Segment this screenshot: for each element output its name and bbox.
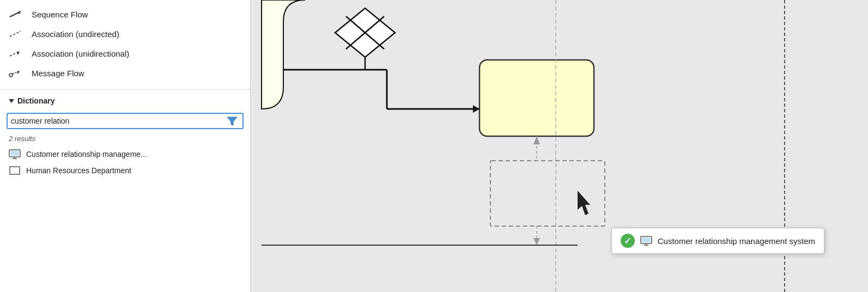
filter-button[interactable]: [225, 116, 239, 126]
svg-rect-13: [10, 167, 20, 174]
association-unidirectional-icon: [9, 48, 24, 59]
dict-item-hr[interactable]: Human Resources Department: [0, 162, 250, 179]
svg-rect-12: [10, 151, 19, 156]
section-divider: [0, 89, 250, 90]
rect-shape-icon: [9, 166, 21, 175]
collapse-triangle-icon: [9, 99, 14, 103]
results-count: 2 results: [0, 132, 250, 146]
message-flow-label: Message Flow: [32, 69, 84, 78]
svg-rect-23: [479, 60, 594, 136]
sidebar-item-association-unidirectional[interactable]: Association (unidirectional): [0, 44, 250, 63]
svg-marker-29: [533, 238, 540, 245]
svg-line-2: [10, 31, 21, 36]
sidebar-item-message-flow[interactable]: Message Flow: [0, 63, 250, 83]
association-undirected-icon: [9, 28, 24, 39]
association-unidirectional-label: Association (unidirectional): [32, 49, 129, 58]
svg-rect-25: [490, 161, 605, 226]
svg-marker-27: [533, 136, 540, 144]
left-panel: Sequence Flow Association (undirected) A…: [0, 0, 251, 292]
sidebar-item-sequence-flow[interactable]: Sequence Flow: [0, 4, 250, 24]
message-flow-icon: [9, 68, 24, 78]
tooltip-monitor-icon: [640, 236, 652, 246]
search-input-wrap[interactable]: [7, 113, 244, 129]
monitor-icon: [9, 149, 21, 159]
dictionary-label: Dictionary: [17, 96, 54, 105]
canvas-area: Customer relationship management system: [251, 0, 868, 292]
svg-marker-31: [578, 191, 590, 215]
dict-item-hr-label: Human Resources Department: [26, 166, 131, 175]
check-icon: [621, 234, 635, 248]
svg-point-5: [9, 74, 13, 77]
sequence-flow-label: Sequence Flow: [32, 10, 88, 19]
dictionary-search-row: [0, 110, 250, 132]
sequence-flow-icon: [9, 9, 24, 20]
dict-item-crm-label: Customer relationship manageme...: [26, 150, 147, 159]
tooltip-text: Customer relationship management system: [658, 236, 815, 246]
dict-item-crm[interactable]: Customer relationship manageme...: [0, 146, 250, 162]
flow-items-list: Sequence Flow Association (undirected) A…: [0, 0, 250, 87]
association-undirected-label: Association (undirected): [32, 29, 119, 39]
filter-icon: [226, 116, 238, 126]
svg-marker-8: [227, 117, 237, 125]
svg-marker-18: [473, 105, 479, 113]
svg-rect-35: [642, 238, 651, 242]
dictionary-section-header: Dictionary: [0, 92, 250, 110]
sidebar-item-association-undirected[interactable]: Association (undirected): [0, 24, 250, 44]
search-input[interactable]: [11, 117, 225, 125]
tooltip-popup: Customer relationship management system: [611, 228, 824, 254]
